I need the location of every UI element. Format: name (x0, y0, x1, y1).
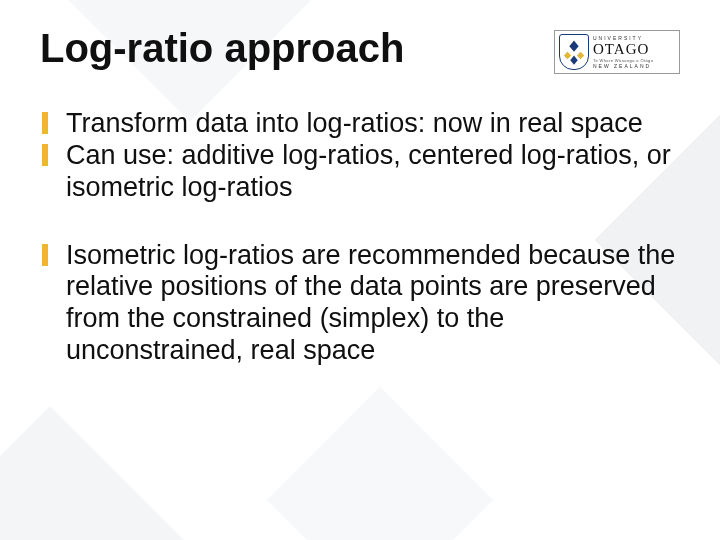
slide-header: Log-ratio approach UNIVERSITY OTAGO Te W… (40, 26, 680, 74)
svg-marker-1 (564, 52, 571, 59)
svg-marker-3 (570, 56, 577, 65)
slide-title: Log-ratio approach (40, 26, 404, 71)
bullet-list: Transform data into log-ratios: now in r… (40, 108, 680, 367)
bullet-item: Isometric log-ratios are recommended bec… (40, 240, 680, 367)
slide: Log-ratio approach UNIVERSITY OTAGO Te W… (0, 0, 720, 540)
bullet-item: Transform data into log-ratios: now in r… (40, 108, 680, 140)
logo-line-university: UNIVERSITY (593, 36, 653, 41)
slide-content: Transform data into log-ratios: now in r… (40, 108, 680, 367)
logo-name: OTAGO (593, 42, 653, 57)
svg-marker-2 (577, 52, 584, 59)
svg-marker-0 (569, 41, 578, 52)
logo-country: NEW ZEALAND (593, 64, 653, 69)
bullet-item: Can use: additive log-ratios, centered l… (40, 140, 680, 204)
logo-text: UNIVERSITY OTAGO Te Whare Wānanga o Otāg… (593, 36, 653, 69)
crest-icon (559, 34, 589, 70)
logo-maori: Te Whare Wānanga o Otāgo (593, 59, 653, 63)
university-logo: UNIVERSITY OTAGO Te Whare Wānanga o Otāg… (554, 30, 680, 74)
